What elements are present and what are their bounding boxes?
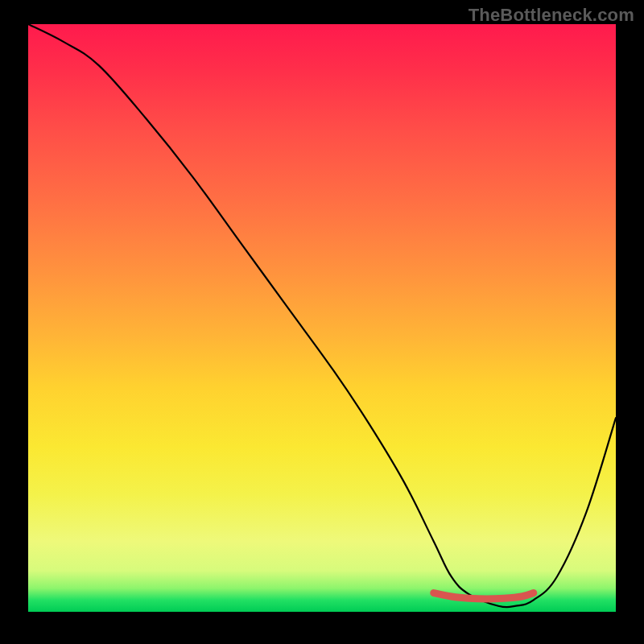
bottleneck-curve bbox=[28, 24, 616, 607]
plot-area bbox=[28, 24, 616, 612]
chart-svg bbox=[28, 24, 616, 612]
chart-container: TheBottleneck.com bbox=[0, 0, 644, 644]
optimal-band-marker bbox=[434, 593, 534, 599]
watermark-text: TheBottleneck.com bbox=[469, 5, 634, 26]
